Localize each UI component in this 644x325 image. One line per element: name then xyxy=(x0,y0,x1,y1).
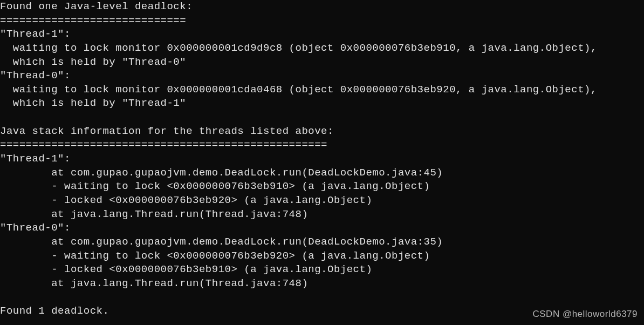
terminal-output: Found one Java-level deadlock: =========… xyxy=(0,0,644,319)
watermark-text: CSDN @helloworld6379 xyxy=(532,308,638,321)
